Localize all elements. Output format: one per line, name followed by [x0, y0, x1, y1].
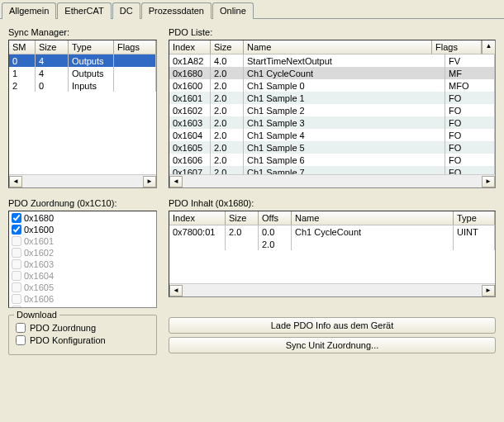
col-type[interactable]: Type — [454, 211, 495, 225]
list-item-label: 0x1605 — [24, 282, 54, 292]
list-item[interactable]: 0x1680 — [10, 212, 155, 224]
list-item: 0x1602 — [10, 247, 155, 258]
pl-hscroll[interactable]: ◄ ► — [169, 174, 495, 187]
list-item: 0x1601 — [10, 235, 155, 247]
scroll-up-icon[interactable]: ▲ — [482, 40, 495, 54]
scroll-right-icon[interactable]: ► — [482, 176, 495, 187]
scroll-left-icon[interactable]: ◄ — [9, 176, 22, 187]
chk-pdo-konfiguration-label: PDO Konfiguration — [30, 335, 106, 345]
table-row[interactable]: 0x16802.0Ch1 CycleCountMF — [169, 67, 495, 79]
list-item: 0x1604 — [10, 270, 155, 282]
list-item-checkbox — [12, 271, 21, 281]
table-row[interactable]: 20Inputs — [9, 79, 156, 92]
tab-dc[interactable]: DC — [112, 2, 140, 19]
list-item-checkbox[interactable] — [12, 213, 21, 223]
load-pdo-button[interactable]: Lade PDO Info aus dem Gerät — [169, 317, 496, 334]
download-legend: Download — [14, 310, 59, 320]
col-name[interactable]: Name — [244, 40, 432, 54]
list-item-checkbox — [12, 294, 21, 304]
col-size[interactable]: Size — [211, 40, 244, 54]
table-row[interactable]: 14Outputs — [9, 67, 156, 79]
list-item-checkbox — [12, 236, 21, 246]
list-item-checkbox — [12, 306, 21, 308]
pdo-inhalt-grid: Index Size Offs Name Type 0x7800:012.00.… — [169, 211, 496, 297]
sm-hscroll[interactable]: ◄ ► — [9, 174, 156, 187]
list-item: 0x1603 — [10, 258, 155, 270]
tab-prozessdaten[interactable]: Prozessdaten — [141, 2, 212, 19]
pdo-liste-grid: Index Size Name Flags ▲ 0x1A824.0StartTi… — [169, 40, 496, 188]
chk-pdo-zuordnung[interactable] — [16, 323, 26, 333]
pdo-inhalt-label: PDO Inhalt (0x1680): — [169, 198, 496, 208]
pdo-liste-label: PDO Liste: — [169, 27, 496, 37]
list-item-label: 0x1604 — [24, 271, 54, 281]
col-flags[interactable]: Flags — [432, 40, 482, 54]
tab-online[interactable]: Online — [212, 2, 254, 19]
pi-hscroll[interactable]: ◄ ► — [169, 283, 495, 296]
chk-pdo-zuordnung-label: PDO Zuordnung — [30, 323, 96, 333]
list-item: 0x1606 — [10, 293, 155, 305]
table-row[interactable]: 0x7800:012.00.0Ch1 CycleCountUINT — [169, 225, 495, 238]
list-item: 0x1605 — [10, 282, 155, 293]
col-size[interactable]: Size — [36, 40, 69, 54]
col-size[interactable]: Size — [226, 211, 259, 225]
col-type[interactable]: Type — [69, 40, 114, 54]
col-index[interactable]: Index — [169, 40, 211, 54]
scroll-right-icon[interactable]: ► — [482, 285, 495, 296]
list-item[interactable]: 0x1600 — [10, 224, 155, 235]
table-row[interactable]: 0x16062.0Ch1 Sample 6FO — [169, 154, 495, 166]
list-item-label: 0x1602 — [24, 248, 54, 258]
table-row[interactable]: 0x16072.0Ch1 Sample 7FO — [169, 166, 495, 174]
list-item-checkbox — [12, 248, 21, 258]
list-item-checkbox — [12, 282, 21, 292]
sync-unit-button[interactable]: Sync Unit Zuordnung... — [169, 337, 496, 353]
col-flags[interactable]: Flags — [114, 40, 156, 54]
list-item-label: 0x1603 — [24, 259, 54, 269]
col-index[interactable]: Index — [169, 211, 226, 225]
table-row[interactable]: 0x16052.0Ch1 Sample 5FO — [169, 141, 495, 154]
col-name[interactable]: Name — [292, 211, 454, 225]
table-row[interactable]: 0x16012.0Ch1 Sample 1FO — [169, 92, 495, 104]
list-item-checkbox[interactable] — [12, 225, 21, 235]
table-row[interactable]: 0x16032.0Ch1 Sample 3FO — [169, 116, 495, 129]
table-row[interactable]: 0x16042.0Ch1 Sample 4FO — [169, 129, 495, 141]
table-row[interactable]: 04Outputs — [9, 55, 156, 67]
list-item: 0x1607 — [10, 305, 155, 308]
sync-manager-grid: SM Size Type Flags 04Outputs14Outputs20I… — [8, 40, 157, 188]
table-row[interactable]: 2.0 — [169, 238, 495, 250]
tab-allgemein[interactable]: Allgemein — [2, 2, 56, 19]
list-item-label: 0x1607 — [24, 306, 54, 308]
sync-manager-label: Sync Manager: — [8, 27, 157, 37]
list-item-checkbox — [12, 259, 21, 269]
pdo-zuordnung-label: PDO Zuordnung (0x1C10): — [8, 198, 157, 208]
tab-ethercat[interactable]: EtherCAT — [57, 2, 111, 19]
table-row[interactable]: 0x16002.0Ch1 Sample 0MFO — [169, 79, 495, 92]
scroll-left-icon[interactable]: ◄ — [169, 285, 183, 296]
scroll-right-icon[interactable]: ► — [143, 176, 156, 187]
tab-bar: AllgemeinEtherCATDCProzessdatenOnline — [0, 0, 504, 19]
list-item-label: 0x1600 — [24, 225, 54, 235]
chk-pdo-konfiguration[interactable] — [16, 335, 26, 345]
list-item-label: 0x1680 — [24, 213, 54, 223]
scroll-left-icon[interactable]: ◄ — [169, 176, 183, 187]
table-row[interactable]: 0x1A824.0StartTimeNextOutputFV — [169, 55, 495, 67]
download-group: Download PDO Zuordnung PDO Konfiguration — [8, 315, 157, 355]
list-item-label: 0x1606 — [24, 294, 54, 304]
list-item-label: 0x1601 — [24, 236, 54, 246]
col-offs[interactable]: Offs — [259, 211, 292, 225]
col-sm[interactable]: SM — [9, 40, 36, 54]
table-row[interactable]: 0x16022.0Ch1 Sample 2FO — [169, 104, 495, 116]
pdo-zuordnung-list: 0x16800x16000x16010x16020x16030x16040x16… — [8, 211, 157, 308]
